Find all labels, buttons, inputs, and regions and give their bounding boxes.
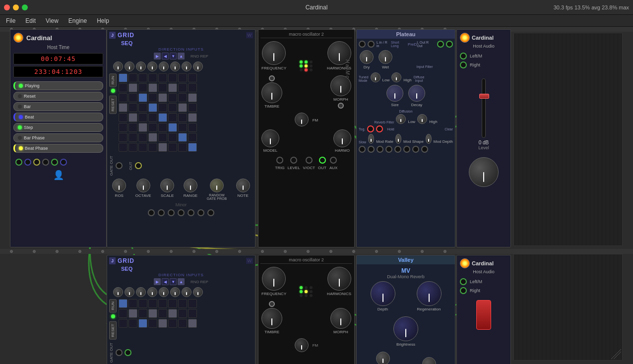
dry-knob[interactable] (360, 50, 374, 64)
range-knob[interactable] (184, 179, 197, 192)
cell-r5c8[interactable] (188, 113, 197, 122)
cell-r5c5[interactable] (158, 113, 167, 122)
cell-r3c2[interactable] (128, 93, 137, 102)
cell-r6c6[interactable] (168, 123, 177, 132)
brightness-knob[interactable] (393, 316, 418, 341)
dir-btn-down[interactable]: ▼ (170, 53, 177, 60)
bcell-r1c6[interactable] (168, 299, 177, 308)
bcell-r2c4[interactable] (148, 309, 157, 318)
cell-r1c2[interactable] (128, 73, 137, 82)
cell-r7c6[interactable] (168, 133, 177, 142)
out-jack-top[interactable] (319, 157, 326, 164)
bcell-r3c3[interactable] (138, 319, 147, 328)
jack-2[interactable] (24, 159, 31, 166)
reset-button-seq[interactable]: RESET (109, 96, 117, 114)
out-jack-1[interactable] (135, 162, 142, 169)
cell-r2c4[interactable] (148, 83, 157, 92)
dir-btn-right-bot[interactable]: ▶ (154, 278, 161, 285)
beat-button[interactable]: Beat (13, 113, 103, 121)
tog-jack[interactable] (367, 125, 374, 132)
cell-r5c4[interactable] (148, 113, 157, 122)
cell-r1c1[interactable] (119, 73, 127, 82)
voct-jack[interactable] (306, 157, 313, 164)
wet-knob[interactable] (379, 50, 392, 64)
knob-2[interactable] (125, 61, 134, 71)
bcell-r2c2[interactable] (128, 309, 137, 318)
bcell-r1c5[interactable] (158, 299, 167, 308)
cell-r3c6[interactable] (168, 93, 177, 102)
cell-r6c7[interactable] (178, 123, 187, 132)
cell-r3c3[interactable] (138, 93, 147, 102)
cv-jack-5[interactable] (394, 146, 401, 153)
cell-r1c4[interactable] (148, 73, 157, 82)
bcell-r1c7[interactable] (178, 299, 187, 308)
fm-knob-bot[interactable] (295, 338, 309, 352)
bcell-r1c8[interactable] (188, 299, 197, 308)
cell-r8c8[interactable] (188, 143, 197, 152)
beat-phase-button[interactable]: Beat Phase (13, 144, 103, 153)
scale-knob[interactable] (160, 179, 174, 192)
gate-out-jack-bot[interactable] (116, 349, 123, 356)
bot-jack-4[interactable] (178, 209, 185, 216)
level-jack[interactable] (290, 157, 297, 164)
bcell-r3c5[interactable] (158, 319, 167, 328)
dir-btn-up-bot[interactable]: ▲ (178, 278, 185, 285)
knob-3[interactable] (136, 61, 146, 71)
bcell-r2c3[interactable] (138, 309, 147, 318)
bot-jack-2[interactable] (158, 209, 165, 216)
morph-knob-bot[interactable] (330, 308, 351, 329)
step-button[interactable]: Step (13, 123, 103, 132)
timbre-knob-top[interactable] (261, 82, 282, 103)
run-button-bot[interactable]: RUN (109, 299, 117, 312)
cell-r4c5[interactable] (158, 103, 167, 112)
cell-r2c3[interactable] (138, 83, 147, 92)
reset-button-seq-bot[interactable]: RESET (109, 321, 117, 340)
cell-r3c8[interactable] (188, 93, 197, 102)
harmo-knob-top[interactable] (333, 129, 351, 147)
drywet-knob-2[interactable] (422, 357, 436, 364)
right-jack-top[interactable] (460, 61, 467, 68)
cell-r1c6[interactable] (168, 73, 177, 82)
cell-r1c3[interactable] (138, 73, 147, 82)
cell-r7c8[interactable] (188, 133, 197, 142)
cell-r8c1[interactable] (119, 143, 127, 152)
r-in-jack[interactable] (368, 41, 375, 48)
regeneration-knob[interactable] (417, 281, 442, 306)
harmonics-knob-bot[interactable] (327, 267, 351, 291)
audio-bot-fader[interactable] (476, 300, 491, 330)
dir-btn-up[interactable]: ▲ (178, 53, 185, 60)
bcell-r3c2[interactable] (128, 319, 137, 328)
knob-bot-5[interactable] (159, 287, 169, 297)
cell-r4c3[interactable] (138, 103, 147, 112)
cell-r7c7[interactable] (178, 133, 187, 142)
dir-btn-down-bot[interactable]: ▼ (170, 278, 177, 285)
knob-bot-8[interactable] (193, 287, 203, 297)
bcell-r2c1[interactable] (119, 309, 127, 318)
knob-6[interactable] (170, 61, 180, 71)
cell-r6c5[interactable] (158, 123, 167, 132)
close-button[interactable] (4, 4, 10, 10)
cell-r8c2[interactable] (128, 143, 137, 152)
bcell-r3c7[interactable] (178, 319, 187, 328)
cv-jack-1[interactable] (359, 146, 366, 153)
run-button[interactable]: RUN (109, 73, 117, 87)
octave-knob[interactable] (136, 179, 150, 192)
l-in-jack[interactable] (359, 41, 366, 48)
bcell-r3c6[interactable] (168, 319, 177, 328)
cell-r8c4[interactable] (148, 143, 157, 152)
cv-jack-6[interactable] (403, 146, 410, 153)
bot-jack-3[interactable] (168, 209, 175, 216)
cv-jack-2[interactable] (368, 146, 375, 153)
bcell-r3c4[interactable] (148, 319, 157, 328)
size-knob[interactable] (386, 85, 403, 102)
reset-button[interactable]: Reset (13, 92, 103, 101)
gate-out-jack[interactable] (116, 162, 123, 169)
depth-knob[interactable] (371, 281, 395, 306)
cell-r6c3[interactable] (138, 123, 147, 132)
cell-r8c3[interactable] (138, 143, 147, 152)
knob-bot-1[interactable] (113, 287, 123, 297)
cell-r4c6[interactable] (168, 103, 177, 112)
morph-knob-top[interactable] (330, 75, 351, 96)
frequency-knob-top[interactable] (262, 41, 286, 65)
cell-r4c1[interactable] (119, 103, 127, 112)
